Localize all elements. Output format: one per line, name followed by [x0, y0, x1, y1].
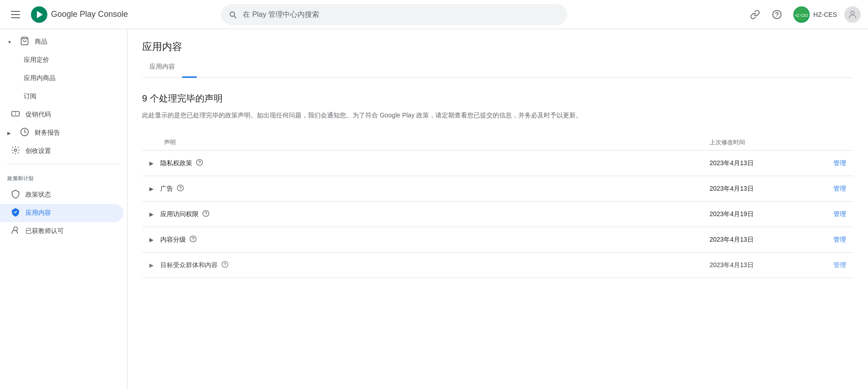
section-title: 9 个处理完毕的声明 [142, 92, 853, 105]
play-console-logo-icon [31, 6, 47, 23]
table-row: ▶ 广告 2023年4月13日 管理 [142, 176, 853, 202]
user-icon [848, 10, 858, 20]
header-actions: HZ-CES HZ-CES [746, 5, 861, 25]
row-ads-date: 2023年4月13日 [710, 185, 810, 193]
sidebar-app-products-label: 应用内商品 [24, 74, 116, 82]
sidebar-divider [7, 164, 120, 164]
sidebar-goods-label: 商品 [35, 38, 116, 46]
sidebar-item-subscriptions[interactable]: 订阅 [0, 87, 123, 106]
manage-privacy-link[interactable]: 管理 [833, 159, 846, 167]
svg-text:HZ-CES: HZ-CES [795, 13, 808, 18]
sidebar-app-content-label: 应用内容 [26, 209, 116, 217]
row-privacy-date: 2023年4月13日 [710, 159, 810, 167]
sidebar-item-app-pricing[interactable]: 应用定价 [0, 51, 123, 69]
shield-blue-icon [11, 208, 20, 219]
table-row: ▶ 目标受众群体和内容 2023年4月13日 管理 [142, 253, 853, 278]
sidebar-financial-label: 财务报告 [35, 129, 116, 137]
svg-point-17 [205, 215, 206, 215]
tab-bar: 应用内容 [142, 57, 853, 78]
row-rating-name: 内容分级 [160, 236, 186, 244]
help-icon [772, 10, 782, 20]
logo-area[interactable]: Google Play Console [31, 6, 128, 23]
row-access-name: 应用访问权限 [160, 210, 199, 218]
row-expand-privacy[interactable]: ▶ [149, 160, 160, 167]
sidebar-app-pricing-label: 应用定价 [24, 56, 116, 64]
manage-rating-link[interactable]: 管理 [833, 236, 846, 243]
financial-icon [20, 127, 29, 139]
row-expand-audience[interactable]: ▶ [149, 262, 160, 268]
financial-expand-icon: ▶ [7, 131, 15, 136]
table-row: ▶ 隐私权政策 2023年4月13日 管理 [142, 151, 853, 176]
help-rating-icon[interactable] [189, 235, 197, 244]
col-modified-label: 上次修改时间 [710, 139, 745, 146]
account-name: HZ-CES [813, 11, 837, 18]
section-desc: 此处显示的是您已处理完毕的政策声明。如出现任何问题，我们会通知您。为了符合 Go… [142, 110, 853, 120]
link-button[interactable] [746, 5, 764, 24]
user-avatar[interactable] [844, 6, 861, 23]
manage-access-link[interactable]: 管理 [833, 210, 846, 218]
sidebar-subscriptions-label: 订阅 [24, 92, 116, 101]
shield-outline-icon [11, 189, 20, 201]
table-row: ▶ 内容分级 2023年4月13日 管理 [142, 227, 853, 253]
expand-icon: ▼ [7, 40, 15, 45]
sidebar-item-policy-status[interactable]: 政策状态 [0, 186, 123, 204]
svg-point-13 [199, 164, 199, 164]
sidebar-item-financial[interactable]: ▶ 财务报告 [0, 124, 123, 142]
sidebar-teacher-label: 已获教师认可 [26, 227, 116, 235]
row-expand-ads[interactable]: ▶ [149, 186, 160, 192]
table-row: ▶ 应用访问权限 2023年4月19日 管理 [142, 202, 853, 227]
row-expand-rating[interactable]: ▶ [149, 237, 160, 243]
content-area: 应用内容 应用内容 9 个处理完毕的声明 此处显示的是您已处理完毕的政策声明。如… [128, 29, 868, 390]
sidebar-item-goods[interactable]: ▼ 商品 [0, 33, 123, 51]
help-access-icon[interactable] [202, 210, 209, 219]
menu-button[interactable] [7, 7, 24, 22]
help-privacy-icon[interactable] [196, 159, 203, 168]
manage-ads-link[interactable]: 管理 [833, 185, 846, 192]
sidebar-item-teacher-approved[interactable]: 已获教师认可 [0, 222, 123, 240]
declarations-table: 声明 上次修改时间 ▶ 隐私权政策 [142, 135, 853, 278]
help-audience-icon[interactable] [221, 261, 229, 270]
sidebar-promo-label: 促销代码 [26, 111, 116, 119]
tab-2[interactable] [182, 57, 197, 78]
row-audience-date: 2023年4月13日 [710, 261, 810, 269]
manage-audience-link[interactable]: 管理 [833, 261, 846, 268]
svg-point-6 [851, 11, 854, 14]
row-rating-date: 2023年4月13日 [710, 236, 810, 244]
tab-1[interactable]: 应用内容 [142, 57, 182, 78]
account-button[interactable]: HZ-CES HZ-CES [790, 5, 841, 25]
main-layout: ▼ 商品 应用定价 应用内商品 订阅 [0, 29, 868, 390]
promo-icon [11, 109, 20, 121]
search-icon [228, 10, 237, 19]
sidebar-item-app-content[interactable]: 应用内容 [0, 204, 123, 222]
help-ads-icon[interactable] [177, 184, 184, 193]
link-icon [750, 10, 760, 20]
row-privacy-name: 隐私权政策 [160, 159, 192, 167]
hamburger-icon [11, 11, 20, 18]
tab-1-label: 应用内容 [149, 63, 175, 70]
sidebar-item-monetization[interactable]: 创收设置 [0, 142, 123, 160]
svg-point-10 [15, 149, 17, 151]
sidebar-item-promo-codes[interactable]: 促销代码 [0, 106, 123, 124]
account-avatar: HZ-CES [793, 6, 810, 23]
settings-icon [11, 146, 20, 157]
help-button[interactable] [768, 5, 786, 24]
sidebar-policy-status-label: 政策状态 [26, 191, 116, 199]
account-avatar-img: HZ-CES [795, 8, 808, 21]
row-access-date: 2023年4月19日 [710, 210, 810, 218]
svg-point-15 [180, 189, 180, 190]
sidebar-item-app-products[interactable]: 应用内商品 [0, 69, 123, 87]
svg-point-19 [193, 240, 193, 241]
sidebar: ▼ 商品 应用定价 应用内商品 订阅 [0, 29, 128, 390]
svg-point-3 [776, 16, 777, 17]
search-input[interactable] [243, 10, 560, 19]
row-ads-name: 广告 [160, 185, 173, 193]
col-declaration-label: 声明 [164, 139, 176, 146]
table-header: 声明 上次修改时间 [142, 135, 853, 151]
row-audience-name: 目标受众群体和内容 [160, 261, 218, 269]
app-title: Google Play Console [51, 10, 128, 19]
row-expand-access[interactable]: ▶ [149, 211, 160, 218]
page-title: 应用内容 [142, 40, 853, 54]
search-bar[interactable] [221, 4, 567, 25]
top-header: Google Play Console [0, 0, 868, 29]
sidebar-monetization-label: 创收设置 [26, 147, 116, 155]
